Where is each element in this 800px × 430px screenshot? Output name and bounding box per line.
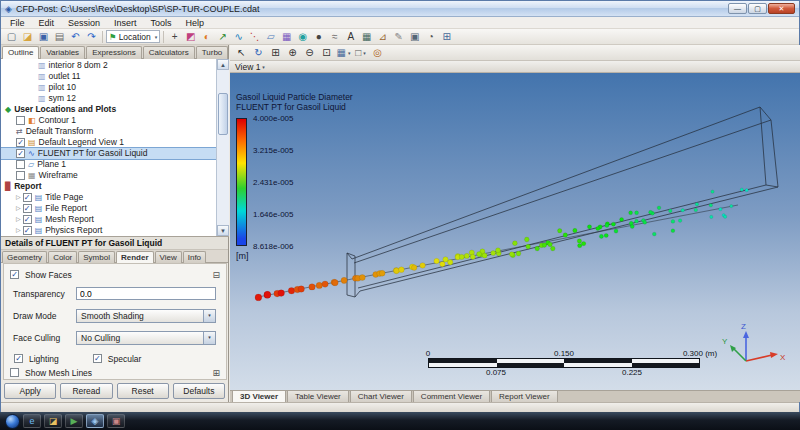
fit-view-icon[interactable]: ⊡ bbox=[319, 46, 334, 60]
menu-session[interactable]: Session bbox=[61, 18, 107, 28]
taskbar-media-icon[interactable]: ▶ bbox=[65, 414, 83, 428]
tree-item[interactable]: ◧Contour 1 bbox=[1, 115, 216, 126]
point-icon[interactable]: ● bbox=[311, 30, 326, 44]
details-tab-symbol[interactable]: Symbol bbox=[78, 251, 115, 263]
tree-item[interactable]: ▥interior 8 dom 2 bbox=[1, 60, 216, 71]
undo-icon[interactable]: ↶ bbox=[68, 30, 83, 44]
menu-insert[interactable]: Insert bbox=[107, 18, 144, 28]
tree-item[interactable]: ▷✓▤File Report bbox=[1, 203, 216, 214]
render-mode-icon[interactable]: ▦▾ bbox=[336, 46, 351, 60]
tab-turbo[interactable]: Turbo bbox=[196, 46, 229, 59]
location-combo[interactable]: ⚑Location▾ bbox=[106, 30, 160, 43]
isosurface-icon[interactable]: ◉ bbox=[295, 30, 310, 44]
tab-calculators[interactable]: Calculators bbox=[143, 46, 195, 59]
tree-item[interactable]: ▥pilot 10 bbox=[1, 82, 216, 93]
new-file-icon[interactable]: ▢ bbox=[4, 30, 19, 44]
details-tab-render[interactable]: Render bbox=[116, 251, 154, 263]
tab-expressions[interactable]: Expressions bbox=[86, 46, 142, 59]
reread-button[interactable]: Reread bbox=[60, 383, 112, 399]
open-file-icon[interactable]: ◪ bbox=[20, 30, 35, 44]
tree-item[interactable]: ✓▤Default Legend View 1 bbox=[1, 137, 216, 148]
expander-icon[interactable]: ▷ bbox=[16, 192, 21, 203]
details-tab-color[interactable]: Color bbox=[48, 251, 77, 263]
timestep-icon[interactable]: ◔ bbox=[423, 30, 438, 44]
tree-item[interactable]: ▉Report bbox=[1, 181, 216, 192]
tree-item[interactable]: ✓∿FLUENT PT for Gasoil Liquid bbox=[1, 148, 216, 159]
particle-track-icon[interactable]: ⋱ bbox=[247, 30, 262, 44]
menu-tools[interactable]: Tools bbox=[144, 18, 179, 28]
volume-icon[interactable]: ▦ bbox=[279, 30, 294, 44]
text-icon[interactable]: A bbox=[343, 30, 358, 44]
transparency-input[interactable] bbox=[76, 287, 216, 300]
zoom-in-icon[interactable]: ⊕ bbox=[285, 46, 300, 60]
faces-collapse-icon[interactable]: ⊟ bbox=[212, 270, 220, 280]
polyline-icon[interactable]: ≈ bbox=[327, 30, 342, 44]
tree-item[interactable]: ▷✓▤Mesh Report bbox=[1, 214, 216, 225]
tab-outline[interactable]: Outline bbox=[2, 46, 39, 59]
close-button[interactable]: ✕ bbox=[768, 3, 795, 14]
tree-item-checkbox[interactable]: ✓ bbox=[23, 215, 32, 224]
tree-item-checkbox[interactable] bbox=[16, 116, 25, 125]
tree-item[interactable]: ▷✓▤Physics Report bbox=[1, 225, 216, 236]
tree-item-checkbox[interactable]: ✓ bbox=[23, 204, 32, 213]
show-mesh-lines-checkbox[interactable] bbox=[10, 368, 19, 377]
expander-icon[interactable]: ▷ bbox=[16, 203, 21, 214]
tree-item[interactable]: ◆User Locations and Plots bbox=[1, 104, 216, 115]
defaults-button[interactable]: Defaults bbox=[173, 383, 225, 399]
scroll-up-icon[interactable]: ▲ bbox=[217, 59, 229, 70]
details-tab-view[interactable]: View bbox=[155, 251, 182, 263]
highlight-icon[interactable]: ◎ bbox=[370, 46, 385, 60]
details-tab-info[interactable]: Info bbox=[183, 251, 206, 263]
show-faces-checkbox[interactable]: ✓ bbox=[10, 270, 19, 279]
tree-item-checkbox[interactable]: ✓ bbox=[23, 226, 32, 235]
taskbar-cfd-post-icon[interactable]: ◈ bbox=[86, 414, 104, 428]
streamline-icon[interactable]: ∿ bbox=[231, 30, 246, 44]
menu-file[interactable]: File bbox=[3, 18, 32, 28]
maximize-button[interactable]: ▢ bbox=[748, 3, 767, 14]
tree-item-checkbox[interactable]: ✓ bbox=[16, 149, 25, 158]
tab-variables[interactable]: Variables bbox=[40, 46, 85, 59]
details-tab-geometry[interactable]: Geometry bbox=[2, 251, 47, 263]
minimize-button[interactable]: — bbox=[728, 3, 747, 14]
chevron-down-icon[interactable]: ▾ bbox=[203, 310, 215, 322]
plane-icon[interactable]: ▱ bbox=[263, 30, 278, 44]
tree-item[interactable]: ⇄Default Transform bbox=[1, 126, 216, 137]
chevron-down-icon[interactable]: ▾ bbox=[203, 332, 215, 344]
viewport-3d[interactable]: Gasoil Liquid Particle Diameter FLUENT P… bbox=[230, 73, 800, 390]
print-icon[interactable]: ▤ bbox=[52, 30, 67, 44]
scroll-down-icon[interactable]: ▼ bbox=[217, 225, 229, 236]
draw-mode-select[interactable]: Smooth Shading ▾ bbox=[76, 309, 216, 323]
view-selector-bar[interactable]: View 1 ▾ bbox=[230, 61, 800, 73]
chart-icon[interactable]: ⊿ bbox=[375, 30, 390, 44]
zoom-out-icon[interactable]: ⊖ bbox=[302, 46, 317, 60]
specular-checkbox[interactable]: ✓ bbox=[93, 354, 102, 363]
tree-item-checkbox[interactable] bbox=[16, 171, 25, 180]
tree-item[interactable]: ▱Plane 1 bbox=[1, 159, 216, 170]
zoom-box-icon[interactable]: ⊞ bbox=[268, 46, 283, 60]
tree-item[interactable]: ▥sym 12 bbox=[1, 93, 216, 104]
face-culling-select[interactable]: No Culling ▾ bbox=[76, 331, 216, 345]
taskbar-browser-icon[interactable]: e bbox=[23, 414, 41, 428]
background-color-icon[interactable]: □▾ bbox=[353, 46, 368, 60]
tree-item[interactable]: ▦Wireframe bbox=[1, 170, 216, 181]
figure-icon[interactable]: ▣ bbox=[407, 30, 422, 44]
scrollbar-thumb[interactable] bbox=[218, 93, 228, 135]
select-cursor-icon[interactable]: ↖ bbox=[234, 46, 249, 60]
lighting-checkbox[interactable]: ✓ bbox=[14, 354, 23, 363]
mesh-lines-expand-icon[interactable]: ⊞ bbox=[212, 368, 220, 378]
orbit-rotate-icon[interactable]: ↻ bbox=[251, 46, 266, 60]
start-button[interactable] bbox=[5, 414, 20, 429]
probe-icon[interactable]: + bbox=[167, 30, 182, 44]
tree-item-checkbox[interactable] bbox=[16, 160, 25, 169]
vector-icon[interactable]: ↗ bbox=[215, 30, 230, 44]
save-icon[interactable]: ▣ bbox=[36, 30, 51, 44]
apply-button[interactable]: Apply bbox=[4, 383, 56, 399]
menu-edit[interactable]: Edit bbox=[32, 18, 62, 28]
tree-item[interactable]: ▥outlet 11 bbox=[1, 71, 216, 82]
expander-icon[interactable]: ▷ bbox=[16, 214, 21, 225]
taskbar-app-icon[interactable]: ▣ bbox=[107, 414, 125, 428]
tree-item[interactable]: ▷✓▤Title Page bbox=[1, 192, 216, 203]
tree-item-checkbox[interactable]: ✓ bbox=[23, 193, 32, 202]
reset-button[interactable]: Reset bbox=[117, 383, 169, 399]
taskbar-explorer-icon[interactable]: ◪ bbox=[44, 414, 62, 428]
